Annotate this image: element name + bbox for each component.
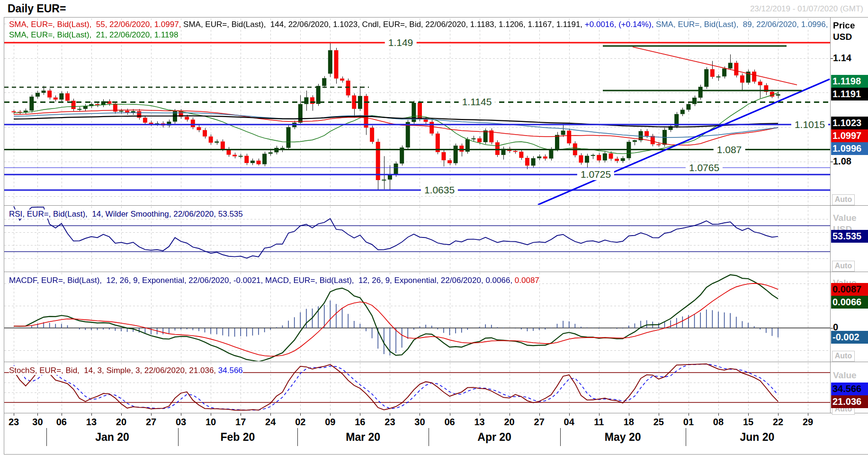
chart-frame: SMA, EUR=, Bid(Last), 55, 22/06/2020, 1.… <box>4 17 868 455</box>
month-label: May 20 <box>605 431 641 444</box>
legend-text: +0.0016, (+0.14%), <box>582 20 653 29</box>
month-separator <box>429 428 429 446</box>
date-tick-label: 06 <box>56 417 67 428</box>
date-tick-label: 22 <box>773 417 783 428</box>
date-tick-label: 02 <box>295 417 305 428</box>
date-tick-label: 01 <box>683 417 694 428</box>
pane-divider[interactable] <box>4 362 868 362</box>
macd-legend[interactable]: MACDF, EUR=, Bid(Last), 12, 26, 9, Expon… <box>9 275 539 285</box>
chart-date-range: 23/12/2019 - 01/07/2020 (GMT) <box>750 4 863 14</box>
main-legend-line2[interactable]: SMA, EUR=, Bid(Last), 21, 22/06/2020, 1.… <box>9 30 178 40</box>
pane-divider <box>4 413 868 413</box>
date-tick-label: 30 <box>414 417 425 428</box>
stoch-legend[interactable]: StochS, EUR=, Bid, 14, 3, Simple, 3, 22/… <box>9 365 243 375</box>
axis-value-badge: 1.0996 <box>831 142 868 155</box>
price-tick-label: 1.14 <box>833 53 851 64</box>
date-tick-label: 20 <box>504 417 515 428</box>
title-bar: Daily EUR= 23/12/2019 - 01/07/2020 (GMT) <box>0 0 868 17</box>
month-label: Jan 20 <box>95 431 129 444</box>
month-separator <box>297 428 298 446</box>
chart-window: Daily EUR= 23/12/2019 - 01/07/2020 (GMT)… <box>0 0 868 456</box>
date-tick-label: 27 <box>146 417 156 428</box>
axis-value-badge: -0.002 <box>831 331 868 344</box>
month-separator <box>686 428 686 446</box>
date-tick-label: 11 <box>594 417 604 428</box>
date-tick-label: 04 <box>564 417 574 428</box>
date-tick-label: 27 <box>534 417 545 428</box>
chart-title: Daily EUR= <box>8 2 66 15</box>
date-tick-label: 23 <box>385 417 395 428</box>
month-label: Mar 20 <box>346 431 380 444</box>
date-tick-label: 24 <box>265 417 276 428</box>
level-price-label: 1.149 <box>385 37 417 48</box>
main-legend-line1[interactable]: SMA, EUR=, Bid(Last), 55, 22/06/2020, 1.… <box>9 19 828 29</box>
level-price-label: 1.0725 <box>577 169 614 180</box>
auto-scale-button[interactable]: Auto <box>832 351 855 362</box>
axis-value-badge: 53.535 <box>831 230 868 243</box>
level-price-label: 1.1145 <box>459 96 495 108</box>
date-tick-label: 16 <box>355 417 365 428</box>
date-tick-label: 06 <box>444 417 455 428</box>
price-axis-title-line1: Price <box>833 20 855 31</box>
legend-text: SMA, EUR=, Bid(Last), 144, 22/06/2020, 1… <box>181 20 582 29</box>
legend-text: RSI, EUR=, Bid(Last), 14, Wilder Smoothi… <box>9 210 243 219</box>
pane-divider[interactable] <box>4 205 868 206</box>
legend-text: 34.566 <box>216 366 243 375</box>
legend-text: SMA, EUR=, Bid(Last), 21, 22/06/2020, 1.… <box>9 30 178 39</box>
level-price-label: 1.087 <box>714 144 745 155</box>
legend-text: SMA, EUR=, Bid(Last), 55, 22/06/2020, 1.… <box>9 20 181 29</box>
level-price-label: 1.0765 <box>686 162 723 173</box>
month-separator <box>178 428 179 446</box>
axis-value-badge: 21.036 <box>831 395 868 408</box>
axis-value-badge: 0.0087 <box>831 283 868 296</box>
rsi-legend[interactable]: RSI, EUR=, Bid(Last), 14, Wilder Smoothi… <box>9 209 243 219</box>
axis-value-badge: 1.1191 <box>831 88 868 100</box>
date-tick-label: 09 <box>325 417 335 428</box>
price-axis-divider <box>830 18 831 413</box>
axis-value-badge: 1.0997 <box>831 129 868 142</box>
rsi-axis-title-line1: Value <box>833 213 857 223</box>
legend-text: SMA, EUR=, Bid(Last), 89, 22/06/2020, 1.… <box>653 20 828 29</box>
price-tick-label: 1.08 <box>833 156 851 167</box>
legend-text: MACDF, EUR=, Bid(Last), 12, 26, 9, Expon… <box>9 276 512 285</box>
date-tick-label: 30 <box>32 417 43 428</box>
axis-value-badge: 34.566 <box>831 383 868 395</box>
date-tick-label: 13 <box>474 417 484 428</box>
legend-text: StochS, EUR=, Bid, 14, 3, Simple, 3, 22/… <box>9 366 216 375</box>
legend-text: 0.0087 <box>512 276 539 285</box>
level-price-label: 1.1015 <box>791 119 828 130</box>
date-tick-label: 23 <box>9 417 19 428</box>
month-separator <box>46 428 47 446</box>
date-tick-label: 10 <box>206 417 216 428</box>
axis-value-badge: 1.1198 <box>831 75 868 88</box>
level-price-label: 1.0635 <box>421 184 458 196</box>
date-tick-label: 18 <box>624 417 634 428</box>
axis-value-badge: 0.0066 <box>831 296 868 309</box>
month-separator <box>560 428 561 446</box>
stoch-axis-title: Value <box>833 370 857 381</box>
date-tick-label: 29 <box>803 417 813 428</box>
price-axis-title-line2: USD <box>833 32 852 42</box>
pane-divider[interactable] <box>4 272 868 272</box>
main-price-pane-canvas[interactable] <box>4 18 830 205</box>
auto-scale-button[interactable]: Auto <box>832 194 855 205</box>
date-tick-label: 15 <box>743 417 753 428</box>
date-tick-label: 03 <box>176 417 186 428</box>
date-tick-label: 17 <box>235 417 246 428</box>
date-tick-label: 25 <box>653 417 664 428</box>
axis-value-badge: 1.1023 <box>831 117 868 129</box>
date-tick-label: 13 <box>86 417 97 428</box>
date-tick-label: 20 <box>116 417 126 428</box>
month-label: Jun 20 <box>740 431 775 444</box>
macd-pane-canvas[interactable] <box>4 273 830 361</box>
auto-scale-button[interactable]: Auto <box>832 261 855 272</box>
date-tick-label: 08 <box>713 417 724 428</box>
month-label: Apr 20 <box>477 431 511 444</box>
month-label: Feb 20 <box>220 431 255 444</box>
